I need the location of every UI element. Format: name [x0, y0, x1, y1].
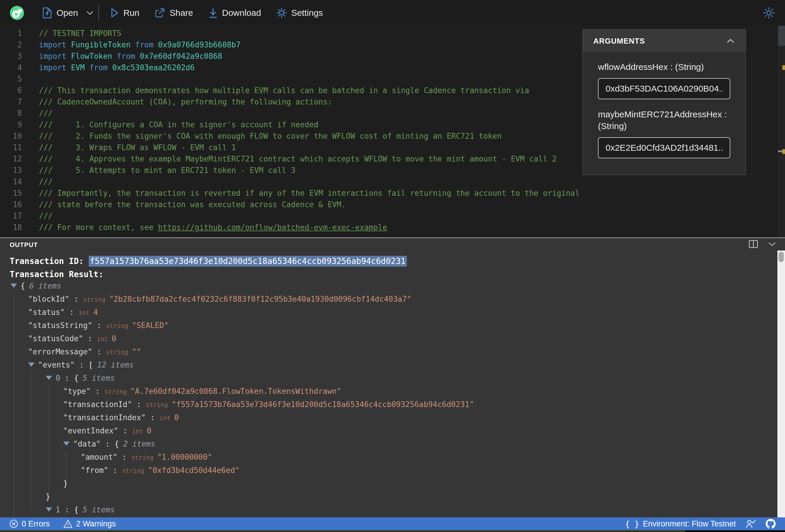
colon: : [69, 295, 83, 303]
errors-indicator[interactable]: 0 Errors [9, 520, 50, 529]
json-value: 0 [147, 426, 151, 435]
json-key: "blockId" [28, 295, 69, 303]
flow-logo-icon[interactable] [10, 6, 24, 20]
expand-triangle-icon[interactable] [46, 376, 52, 380]
json-tree-row: } [0, 479, 777, 492]
output-scrollbar[interactable] [777, 251, 785, 530]
transaction-id-value[interactable]: f557a1573b76aa53e73d46f3e10d200d5c18a653… [89, 256, 407, 267]
expand-triangle-icon[interactable] [28, 362, 34, 367]
feedback-person-icon[interactable] [746, 520, 756, 528]
settings-button[interactable]: Settings [276, 8, 323, 18]
expand-triangle-icon[interactable] [46, 507, 52, 511]
collapse-chevron-up-icon[interactable] [726, 38, 735, 44]
line-number: 7 [0, 96, 22, 108]
download-label: Download [222, 8, 261, 18]
status-bar: 0 Errors 2 Warnings { } Environment: Flo… [0, 517, 785, 530]
code-line[interactable]: 16/// state before the transaction was e… [0, 199, 785, 210]
code-token: FungibleToken [71, 41, 131, 49]
desktop-strip [0, 530, 685, 532]
github-icon[interactable] [766, 519, 776, 529]
value-type-label: int [97, 336, 112, 343]
json-value: "" [132, 347, 141, 356]
wflow-address-input[interactable] [598, 78, 730, 99]
code-token: from [130, 41, 158, 49]
argument-label: maybeMintERC721AddressHex : (String) [598, 108, 730, 132]
toolbar: Open Run Share [0, 0, 785, 26]
line-number: 2 [0, 39, 22, 51]
environment-indicator[interactable]: { } Environment: Flow Testnet [625, 520, 736, 529]
open-button[interactable]: Open [42, 7, 78, 19]
json-tree-row: "errorMessage" : string "" [0, 347, 777, 360]
code-link[interactable]: https://github.com/onflow/batched-evm-ex… [158, 223, 387, 232]
json-value: 0 [174, 413, 179, 422]
json-tree-row: "transactionId" : string "f557a1573b76aa… [0, 400, 777, 413]
colon: : [65, 308, 78, 316]
json-key: "from" [81, 466, 108, 475]
download-icon [208, 8, 218, 18]
colon: : [92, 347, 106, 356]
open-brace: { [74, 374, 79, 382]
expand-triangle-icon[interactable] [10, 283, 17, 288]
code-token: 0x7e60df042a9c0868 [140, 52, 222, 60]
output-title: OUTPUT [10, 241, 38, 249]
json-key: "data" [73, 439, 101, 448]
output-scrollbar-thumb[interactable] [779, 252, 784, 262]
value-type-label: int [159, 415, 174, 422]
value-type-label: string [83, 296, 109, 303]
json-value: "SEALED" [132, 321, 169, 330]
json-tree-row: "statusString" : string "SEALED" [0, 321, 777, 334]
warning-marker [782, 149, 785, 154]
open-label: Open [56, 8, 78, 18]
json-value: "0xfd3b4cd50d44e6ed" [148, 466, 239, 475]
warnings-label: 2 Warnings [76, 520, 116, 529]
expand-triangle-icon[interactable] [63, 441, 70, 446]
json-tree-row: "from" : string "0xfd3b4cd50d44e6ed" [0, 466, 777, 479]
download-button[interactable]: Download [208, 8, 261, 18]
editor-overview-ruler[interactable] [778, 26, 785, 237]
value-type-label: string [131, 454, 157, 461]
maybemint-address-input[interactable] [598, 137, 730, 158]
open-dropdown-chevron[interactable] [86, 10, 94, 15]
colon: : [83, 334, 97, 343]
share-button[interactable]: Share [155, 8, 193, 18]
json-key: "status" [28, 308, 65, 316]
line-number: 15 [0, 187, 22, 199]
warnings-indicator[interactable]: 2 Warnings [63, 520, 116, 529]
run-button[interactable]: Run [111, 8, 139, 18]
code-line[interactable]: 17/// [0, 210, 785, 222]
theme-toggle-button[interactable] [763, 7, 775, 19]
json-tree-row: "transactionIndex" : int 0 [0, 413, 777, 426]
open-brace: { [115, 439, 119, 448]
json-tree-row: "eventIndex" : int 0 [0, 426, 777, 439]
code-line[interactable]: 14/// [0, 176, 785, 187]
colon: : [118, 426, 132, 435]
transaction-result-label: Transaction Result: [10, 270, 103, 279]
code-token: /// 4. Approves the example MaybeMintERC… [39, 154, 557, 163]
output-panel: OUTPUT Transaction ID: f557a1573b76aa53e… [0, 238, 785, 530]
run-play-icon [111, 8, 119, 18]
open-file-icon [42, 7, 52, 19]
code-line[interactable]: 15/// Importantly, the transaction is re… [0, 187, 785, 199]
toolbar-divider [98, 5, 99, 21]
code-token: /// 3. Wraps FLOW as WFLOW - EVM call 1 [39, 143, 236, 152]
errors-label: 0 Errors [22, 520, 50, 529]
line-number: 16 [0, 199, 22, 210]
code-token: import [39, 63, 71, 72]
array-index: 1 [56, 505, 60, 514]
collapse-output-chevron-icon[interactable] [768, 242, 776, 246]
panel-resize-handle[interactable] [0, 237, 785, 238]
code-token: /// 5. Attempts to mint an ERC721 token … [39, 166, 296, 175]
editor-scrollbar-thumb[interactable] [778, 26, 785, 46]
value-type-label: string [106, 323, 132, 329]
line-number: 5 [0, 73, 22, 85]
arguments-panel: ARGUMENTS wflowAddressHex : (String) may… [582, 29, 746, 175]
arguments-header[interactable]: ARGUMENTS [583, 30, 745, 52]
split-panel-icon[interactable] [749, 240, 758, 248]
ruler-dash [778, 150, 782, 152]
items-count: 12 items [97, 360, 134, 369]
code-line[interactable]: 18/// For more context, see https://gith… [0, 222, 785, 233]
json-tree-row: "type" : string "A.7e60df042a9c0868.Flow… [0, 387, 777, 400]
json-key: "events" [38, 360, 75, 369]
json-value: 0 [111, 334, 116, 343]
share-label: Share [170, 8, 193, 18]
